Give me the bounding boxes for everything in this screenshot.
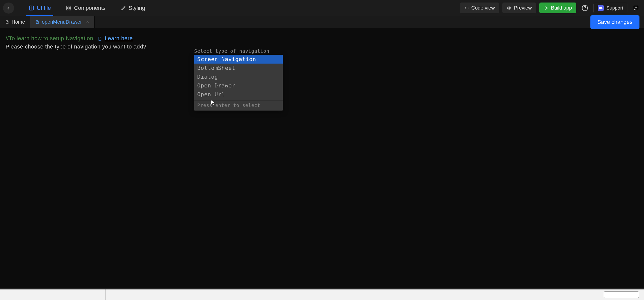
tab-label: Components (74, 5, 105, 11)
button-label: Support (606, 5, 623, 11)
save-changes-button[interactable]: Save changes (590, 15, 639, 29)
dropdown-item-bottomsheet[interactable]: BottomSheet (194, 64, 283, 72)
svg-rect-4 (67, 8, 68, 10)
top-tabs: UI file Components Styling (21, 0, 153, 16)
button-label: Preview (514, 5, 532, 11)
file-tab-open-menu-drawer[interactable]: openMenuDrawer (30, 16, 95, 28)
code-icon (464, 6, 469, 10)
support-button[interactable]: Support (593, 3, 627, 13)
navigation-type-selector: Select type of navigation Screen Navigat… (194, 48, 283, 111)
svg-rect-3 (69, 6, 71, 7)
status-cell (0, 289, 106, 300)
close-icon (86, 20, 89, 24)
svg-rect-5 (69, 8, 71, 10)
file-tab-home[interactable]: Home (0, 16, 30, 28)
chevron-left-icon (6, 6, 11, 10)
close-tab-button[interactable] (86, 19, 89, 25)
styling-icon (120, 5, 126, 11)
ui-file-icon (29, 5, 34, 11)
tab-ui-file[interactable]: UI file (21, 0, 58, 16)
svg-point-6 (509, 7, 510, 9)
svg-rect-2 (67, 6, 68, 7)
components-icon (66, 5, 71, 11)
document-icon (98, 36, 102, 41)
discord-icon (598, 5, 604, 11)
comment-text: //To learn how to setup Navigation. (6, 35, 95, 41)
tab-label: Home (12, 19, 25, 25)
back-button[interactable] (3, 3, 14, 14)
dropdown-hint: Press enter to select (194, 100, 283, 111)
message-icon (633, 5, 639, 11)
editor-prompt-line: Please choose the type of navigation you… (6, 42, 638, 51)
tab-label: UI file (37, 5, 51, 11)
bottom-outline-button[interactable] (604, 291, 639, 298)
code-view-button[interactable]: Code view (460, 3, 499, 13)
button-label: Build app (551, 5, 572, 11)
top-toolbar: UI file Components Styling Code view Pre… (0, 0, 644, 16)
tab-styling[interactable]: Styling (113, 0, 153, 16)
dropdown-item-dialog[interactable]: Dialog (194, 72, 283, 81)
bottom-status-bar (0, 289, 644, 300)
svg-point-8 (585, 9, 585, 10)
dropdown-menu: Screen Navigation BottomSheet Dialog Ope… (194, 55, 283, 111)
help-icon (582, 5, 588, 11)
feedback-button[interactable] (631, 3, 641, 13)
dropdown-label: Select type of navigation (194, 48, 283, 54)
code-editor[interactable]: //To learn how to setup Navigation. Lear… (0, 28, 644, 57)
file-tab-bar: Home openMenuDrawer Save changes (0, 16, 644, 28)
learn-here-link[interactable]: Learn here (105, 35, 133, 41)
dropdown-item-open-url[interactable]: Open Url (194, 90, 283, 99)
document-icon (5, 20, 9, 24)
tab-label: Styling (129, 5, 145, 11)
help-button[interactable] (580, 3, 590, 13)
dropdown-item-screen-navigation[interactable]: Screen Navigation (194, 55, 283, 64)
document-icon (35, 20, 39, 24)
svg-rect-1 (29, 6, 31, 10)
mouse-cursor-icon (211, 100, 215, 106)
editor-line-1: //To learn how to setup Navigation. Lear… (6, 34, 638, 42)
eye-icon (507, 6, 511, 10)
tab-label: openMenuDrawer (42, 19, 82, 25)
dropdown-item-open-drawer[interactable]: Open Drawer (194, 81, 283, 90)
play-icon (544, 6, 548, 10)
preview-button[interactable]: Preview (502, 3, 536, 13)
tab-components[interactable]: Components (58, 0, 113, 16)
build-app-button[interactable]: Build app (539, 3, 576, 13)
button-label: Code view (471, 5, 495, 11)
